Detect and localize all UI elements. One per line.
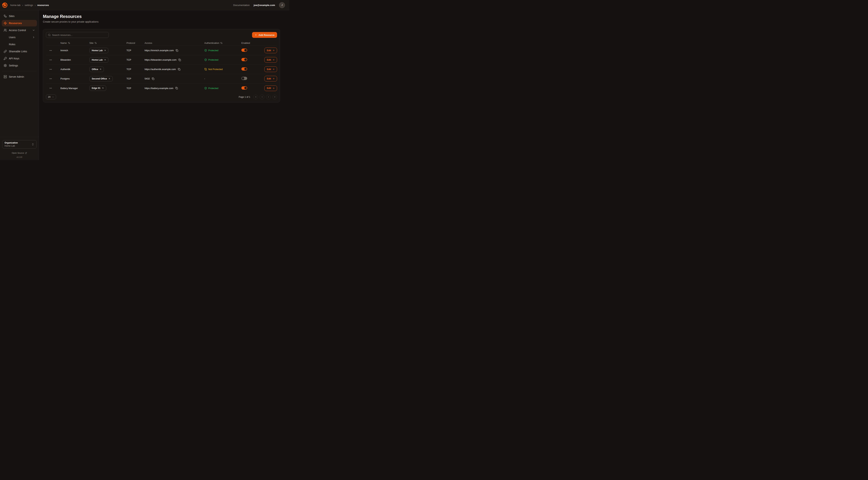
- add-resource-button[interactable]: Add Resource: [252, 32, 277, 38]
- row-menu-button[interactable]: [49, 67, 53, 71]
- link-icon: [4, 50, 7, 53]
- table-row: ImmichHome LabTCPhttps://immich.example.…: [46, 46, 277, 55]
- arrow-up-right-icon: [99, 68, 101, 70]
- column-header-site[interactable]: Site: [89, 41, 126, 44]
- site-link[interactable]: Home Lab: [89, 48, 108, 53]
- row-menu-button[interactable]: [49, 86, 53, 90]
- ellipsis-icon: [49, 77, 52, 80]
- search-input[interactable]: [52, 34, 107, 36]
- site-link[interactable]: Second Office: [89, 76, 113, 82]
- breadcrumb-org[interactable]: home-lab: [10, 4, 21, 6]
- breadcrumb-separator: ›: [22, 4, 23, 6]
- chevron-down-icon: [52, 96, 54, 98]
- breadcrumb-separator: ›: [35, 4, 36, 6]
- first-page-button[interactable]: [253, 95, 258, 99]
- main-content: Manage Resources Create secure proxies t…: [39, 10, 289, 160]
- edit-button[interactable]: Edit: [265, 57, 277, 63]
- access-value: 5432: [145, 77, 150, 80]
- chevrons-right-icon: [274, 96, 276, 98]
- authentication-status: Protected: [204, 58, 241, 61]
- copy-icon: [152, 78, 154, 80]
- authentication-status: Protected: [204, 49, 241, 52]
- row-menu-button[interactable]: [49, 58, 53, 62]
- avatar[interactable]: J: [279, 2, 285, 8]
- app-version: v1.3.0: [2, 156, 37, 158]
- copy-button[interactable]: [178, 68, 181, 71]
- column-header-authentication[interactable]: Authentication: [204, 41, 241, 44]
- column-header-name[interactable]: Name: [60, 41, 89, 44]
- site-link[interactable]: Home Lab: [89, 57, 108, 63]
- arrow-up-right-icon: [102, 87, 104, 89]
- resource-name: Authentik: [60, 68, 89, 70]
- sidebar-divider: [2, 71, 36, 71]
- external-link-icon: [25, 152, 27, 154]
- edit-button[interactable]: Edit: [265, 48, 277, 53]
- chevron-right-icon: [32, 36, 35, 39]
- sidebar-item-resources[interactable]: Resources: [2, 20, 37, 26]
- arrow-right-icon: [272, 59, 275, 61]
- row-menu-button[interactable]: [49, 48, 53, 53]
- site-link[interactable]: Office: [89, 67, 104, 72]
- copy-icon: [176, 49, 178, 52]
- sidebar-item-users[interactable]: Users: [2, 34, 37, 40]
- sidebar-item-access-control[interactable]: Access Control: [2, 27, 37, 33]
- row-menu-button[interactable]: [49, 77, 53, 81]
- table-header: Name Site Protocol Access Authenticati: [46, 40, 277, 46]
- table-body: ImmichHome LabTCPhttps://immich.example.…: [46, 46, 277, 93]
- enabled-toggle[interactable]: [241, 49, 247, 52]
- enabled-toggle[interactable]: [241, 86, 247, 90]
- resource-name: Immich: [60, 49, 89, 52]
- pangolin-logo-icon: [2, 2, 8, 8]
- enabled-toggle[interactable]: [241, 58, 247, 61]
- copy-icon: [178, 68, 180, 70]
- copy-button[interactable]: [151, 77, 155, 80]
- documentation-link[interactable]: Documentation: [233, 4, 250, 6]
- previous-page-button[interactable]: [260, 95, 265, 99]
- shield-check-icon: [204, 49, 207, 52]
- sidebar-item-sites[interactable]: Sites: [2, 13, 37, 19]
- organization-value: Home Lab: [4, 145, 31, 147]
- organization-switcher[interactable]: Organization Home Lab: [2, 140, 36, 149]
- enabled-toggle[interactable]: [241, 77, 247, 80]
- sort-icon: [220, 42, 223, 44]
- copy-button[interactable]: [175, 87, 178, 90]
- server-icon: [4, 75, 7, 79]
- site-link[interactable]: Edge 01: [89, 85, 106, 91]
- authentication-status: Protected: [204, 87, 241, 90]
- last-page-button[interactable]: [272, 95, 277, 99]
- sidebar-item-settings[interactable]: Settings: [2, 62, 37, 69]
- page-size-select[interactable]: 20: [46, 94, 56, 99]
- column-header-enabled: Enabled: [241, 41, 263, 44]
- edit-button[interactable]: Edit: [265, 85, 277, 91]
- arrow-right-icon: [272, 87, 275, 89]
- copy-button[interactable]: [178, 58, 181, 62]
- pagination: 20 Page 1 of 1: [46, 94, 277, 99]
- resources-card: Add Resource Name Site Protocol: [43, 29, 280, 102]
- page-title: Manage Resources: [43, 14, 280, 19]
- copy-button[interactable]: [175, 49, 179, 52]
- sidebar-item-api-keys[interactable]: API Keys: [2, 55, 37, 62]
- breadcrumb-section[interactable]: settings: [25, 4, 33, 6]
- edit-button[interactable]: Edit: [265, 66, 277, 72]
- arrow-right-icon: [272, 49, 275, 52]
- breadcrumb-page[interactable]: resources: [37, 4, 49, 6]
- waypoints-icon: [4, 22, 7, 25]
- access-value: https://battery.example.com: [145, 87, 173, 90]
- user-email[interactable]: joe@example.com: [254, 4, 275, 6]
- sidebar-item-roles[interactable]: Roles: [2, 41, 37, 48]
- sidebar-item-server-admin[interactable]: Server Admin: [2, 73, 37, 80]
- pangolin-logo[interactable]: [2, 2, 8, 8]
- arrow-right-icon: [272, 78, 275, 80]
- resources-table: Name Site Protocol Access Authenticati: [46, 40, 277, 93]
- edit-button[interactable]: Edit: [265, 76, 277, 82]
- breadcrumb: home-lab › settings › resources: [10, 4, 49, 6]
- next-page-button[interactable]: [266, 95, 271, 99]
- authentication-status: -: [204, 77, 241, 80]
- sidebar-item-shareable-links[interactable]: Shareable Links: [2, 48, 37, 55]
- users-icon: [4, 29, 7, 32]
- table-row: Battery ManagerEdge 01TCPhttps://battery…: [46, 84, 277, 93]
- enabled-toggle[interactable]: [241, 67, 247, 70]
- open-source-link[interactable]: Open Source: [12, 152, 27, 154]
- protocol-value: TCP: [126, 68, 145, 70]
- resource-name: Bitwarden: [60, 58, 89, 61]
